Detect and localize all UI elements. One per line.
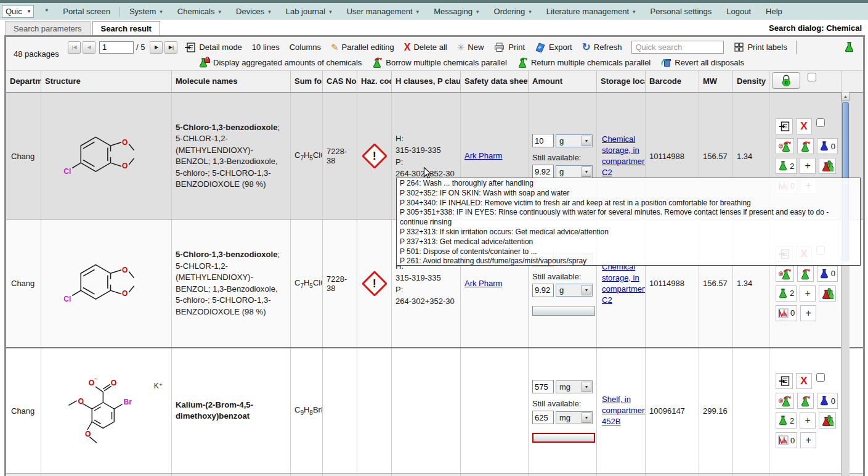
menubar-item-lab-journal[interactable]: Lab journal ▾ xyxy=(278,3,339,20)
column-header-structure[interactable]: Structure xyxy=(41,71,172,92)
columns-button[interactable]: Columns xyxy=(290,43,321,52)
borrow-button[interactable] xyxy=(797,266,814,282)
tab-search-parameters[interactable]: Search parameters xyxy=(5,21,91,35)
borrow-user-button[interactable] xyxy=(776,138,794,154)
first-page-button[interactable]: |◀ xyxy=(68,41,81,54)
available-input[interactable] xyxy=(532,284,554,297)
amount-input[interactable] xyxy=(532,380,554,393)
next-page-button[interactable]: ▶ xyxy=(150,41,163,54)
green-flask-count-button[interactable]: 2 xyxy=(776,285,797,302)
column-header-molecule-names[interactable]: Molecule names xyxy=(172,71,291,92)
structure-cell[interactable]: O O Cl O − O Br O xyxy=(41,348,172,473)
detail-mode-button[interactable]: Detail mode xyxy=(184,42,241,53)
borrow-button[interactable] xyxy=(797,393,814,409)
borrow-user-button[interactable] xyxy=(776,393,794,409)
sds-link[interactable]: Ark Pharm xyxy=(464,279,502,288)
spectra-count-button[interactable]: 0 xyxy=(776,305,797,321)
column-header-mw[interactable]: MW xyxy=(699,71,733,92)
column-header-density[interactable]: Density xyxy=(733,71,769,92)
prev-page-button[interactable]: ◀ xyxy=(83,41,95,54)
dispose-button[interactable] xyxy=(819,412,836,429)
borrow-button[interactable] xyxy=(797,138,814,154)
row-checkbox[interactable] xyxy=(816,373,825,382)
return-parallel-button[interactable]: Return multiple chemicals parallel xyxy=(517,57,651,68)
dispose-button[interactable] xyxy=(819,285,836,302)
dispose-button[interactable] xyxy=(819,158,836,174)
structure-cell[interactable]: O O Cl O − O Br O xyxy=(41,220,172,347)
available-input[interactable] xyxy=(532,411,554,424)
scroll-up-button[interactable]: ▲ xyxy=(842,92,850,101)
menubar-item-system[interactable]: System ▾ xyxy=(122,3,170,20)
green-flask-count-button[interactable]: 2 xyxy=(776,158,797,174)
menubar-item-logout[interactable]: Logout ▾ xyxy=(719,3,758,20)
menubar-item-chemicals[interactable]: Chemicals ▾ xyxy=(170,3,229,20)
menubar-item-[interactable]: * ▾ xyxy=(38,3,55,20)
sds-link[interactable]: Ark Pharm xyxy=(464,151,502,160)
print-labels-button[interactable]: Print labels xyxy=(734,42,787,52)
blue-flask-count-button[interactable]: 0 xyxy=(817,138,838,154)
menubar-item-personal-settings[interactable]: Personal settings ▾ xyxy=(643,3,720,20)
menubar-item-portal-screen[interactable]: Portal screen ▾ xyxy=(55,3,118,20)
row-detail-button[interactable] xyxy=(776,118,793,134)
add-package-button[interactable]: + xyxy=(800,158,816,174)
column-header-sds[interactable]: Safety data sheet xyxy=(461,71,529,92)
column-header-amount[interactable]: Amount xyxy=(529,71,597,92)
table-scrollbar[interactable]: ▲ xyxy=(841,92,850,476)
menubar-item-help[interactable]: Help ▾ xyxy=(758,3,790,20)
delete-all-button[interactable]: X Delete all xyxy=(404,42,447,53)
add-package-button[interactable]: + xyxy=(800,285,816,302)
page-number-input[interactable] xyxy=(99,41,134,54)
add-package-button[interactable]: + xyxy=(800,412,816,429)
row-delete-button[interactable]: X xyxy=(796,373,812,389)
column-header-hp-clauses[interactable]: H clauses, P clauses xyxy=(392,71,461,92)
spectra-count-button[interactable]: 0 xyxy=(776,432,797,448)
column-header-sum-formula[interactable]: Sum formula xyxy=(291,71,323,92)
export-button[interactable]: Export xyxy=(535,42,572,52)
quick-menu-select[interactable]: Quic ▾ xyxy=(2,5,34,18)
column-header-barcode[interactable]: Barcode xyxy=(646,71,699,92)
blue-flask-count-button[interactable]: 0 xyxy=(817,266,838,282)
revert-disposals-button[interactable]: Revert all disposals xyxy=(660,57,744,68)
amount-unit-select[interactable]: g▼ xyxy=(556,134,593,147)
lines-per-page-button[interactable]: 10 lines xyxy=(252,43,280,52)
blue-flask-count-button[interactable]: 0 xyxy=(817,393,838,409)
row-delete-button[interactable]: X xyxy=(796,118,812,134)
available-input[interactable] xyxy=(532,165,554,178)
menubar-item-user-management[interactable]: User management ▾ xyxy=(339,3,426,20)
select-all-checkbox[interactable] xyxy=(808,73,816,81)
menubar-item-literature-management[interactable]: Literature management ▾ xyxy=(539,3,643,20)
tab-search-result[interactable]: Search result xyxy=(92,21,160,35)
column-header-department[interactable]: Department xyxy=(6,71,41,92)
hp-clauses-cell[interactable] xyxy=(392,348,461,473)
available-unit-select[interactable]: mg▼ xyxy=(556,411,593,424)
lock-all-button[interactable]: 0 xyxy=(772,72,800,89)
parallel-editing-button[interactable]: ✎ Parallel editing xyxy=(331,42,394,53)
structure-cell[interactable]: O O Cl O − O Br O xyxy=(41,93,172,219)
borrow-parallel-button[interactable]: Borrow multiple chemicals parallel xyxy=(371,57,507,68)
column-header-haz-codes[interactable]: Haz. codes xyxy=(357,71,392,92)
storage-location-link[interactable]: Chemicalstorage, incompartmenC2 xyxy=(602,134,646,177)
row-detail-button[interactable] xyxy=(776,373,793,389)
storage-location-link[interactable]: Chemicalstorage, incompartmenC2 xyxy=(602,262,646,305)
borrow-user-button[interactable] xyxy=(776,266,794,282)
quick-search-input[interactable] xyxy=(631,41,724,54)
menubar-item-devices[interactable]: Devices ▾ xyxy=(229,3,278,20)
available-unit-select[interactable]: g▼ xyxy=(556,165,593,178)
amount-input[interactable] xyxy=(532,134,554,147)
add-spectrum-button[interactable]: + xyxy=(800,305,816,321)
menubar-item-messaging[interactable]: Messaging ▾ xyxy=(426,3,486,20)
column-header-cas[interactable]: CAS No. xyxy=(323,71,357,92)
available-unit-select[interactable]: g▼ xyxy=(556,284,593,297)
amount-unit-select[interactable]: mg▼ xyxy=(556,380,593,393)
green-flask-count-button[interactable]: 2 xyxy=(776,412,797,429)
print-button[interactable]: Print xyxy=(493,42,525,52)
aggregated-amounts-button[interactable]: Display aggregated amounts of chemicals xyxy=(198,57,362,68)
storage-location-link[interactable]: Shelf, incompartmen452B xyxy=(602,395,646,426)
add-spectrum-button[interactable]: + xyxy=(800,432,816,448)
refresh-button[interactable]: ↻ Refresh xyxy=(582,41,622,54)
column-header-storage[interactable]: Storage location xyxy=(597,71,646,92)
menubar-item-ordering[interactable]: Ordering ▾ xyxy=(487,3,539,20)
new-button[interactable]: ✳ New xyxy=(457,42,484,53)
row-checkbox[interactable] xyxy=(816,118,825,127)
last-page-button[interactable]: ▶| xyxy=(164,41,177,54)
